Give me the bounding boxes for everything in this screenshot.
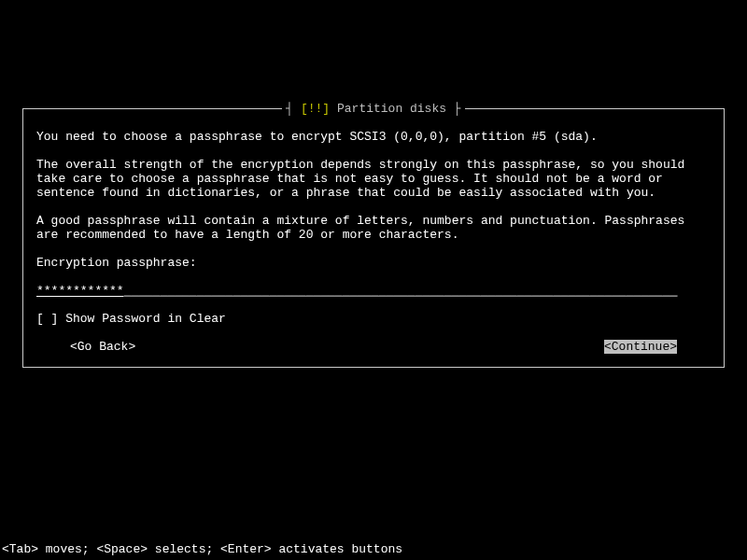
- partition-disks-dialog: ┤ [!!] Partition disks ├ You need to cho…: [22, 108, 725, 368]
- passphrase-input[interactable]: ************____________________________…: [36, 284, 711, 298]
- show-password-label: Show Password in Clear: [65, 312, 226, 326]
- dialog-button-row: <Go Back> <Continue>: [36, 340, 711, 354]
- intro-paragraph-1: You need to choose a passphrase to encry…: [36, 130, 711, 144]
- intro-paragraph-3: A good passphrase will contain a mixture…: [36, 214, 711, 242]
- checkbox-indicator: [ ]: [36, 312, 65, 326]
- dialog-title: ┤ [!!] Partition disks ├: [23, 102, 724, 116]
- keyboard-help-bar: <Tab> moves; <Space> selects; <Enter> ac…: [2, 542, 402, 556]
- continue-button[interactable]: <Continue>: [604, 340, 677, 354]
- title-text: Partition disks: [330, 102, 454, 116]
- passphrase-fill: ________________________________________…: [124, 284, 678, 298]
- go-back-button[interactable]: <Go Back>: [70, 340, 135, 354]
- show-password-checkbox[interactable]: [ ] Show Password in Clear: [36, 312, 711, 326]
- title-frame-left: ┤: [286, 102, 301, 116]
- passphrase-prompt-label: Encryption passphrase:: [36, 256, 711, 270]
- passphrase-masked-value: ************: [36, 284, 124, 298]
- title-alert-marker: [!!]: [301, 102, 330, 116]
- intro-paragraph-2: The overall strength of the encryption d…: [36, 158, 711, 200]
- title-frame-right: ├: [454, 102, 461, 116]
